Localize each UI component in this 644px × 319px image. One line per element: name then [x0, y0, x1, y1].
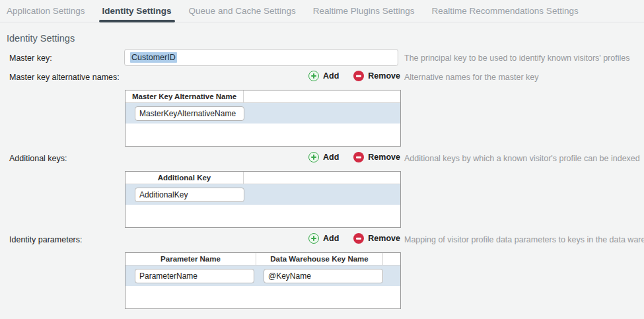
tab-realtime-plugins-settings[interactable]: Realtime Plugins Settings [313, 0, 415, 22]
add-button-label: Add [323, 234, 339, 243]
identity-parameters-add-button[interactable]: Add [308, 233, 339, 244]
remove-icon [353, 71, 364, 81]
add-icon [308, 152, 319, 162]
identity-parameters-remove-button[interactable]: Remove [353, 233, 400, 244]
additional-keys-empty-header [244, 172, 400, 184]
alt-names-empty-header [244, 90, 400, 102]
remove-icon [353, 152, 364, 162]
identity-parameters-table-row[interactable] [125, 266, 400, 286]
alt-names-description: Alternative names for the master key [404, 73, 539, 82]
alt-names-column-header: Master Key Alternative Name [125, 90, 244, 102]
additional-keys-add-button[interactable]: Add [308, 152, 339, 162]
alt-name-input[interactable] [135, 106, 244, 121]
tab-application-settings[interactable]: Application Settings [7, 0, 85, 22]
remove-button-label: Remove [368, 153, 400, 162]
add-icon [308, 71, 319, 81]
master-key-value: CustomerID [130, 52, 177, 63]
alt-names-toolbar: Add Remove [308, 71, 400, 81]
additional-keys-table: Additional Key [125, 171, 401, 228]
master-key-description: The principal key to be used to identify… [404, 53, 629, 63]
remove-button-label: Remove [368, 234, 400, 243]
identity-parameters-description: Mapping of visitor profile data paramete… [404, 235, 644, 244]
additional-keys-toolbar: Add Remove [308, 152, 400, 162]
identity-parameters-label: Identity parameters: [9, 235, 82, 244]
identity-parameters-empty-header [383, 253, 400, 265]
alt-names-table: Master Key Alternative Name [125, 90, 401, 147]
page-title: Identity Settings [7, 33, 75, 44]
dwh-key-name-column-header: Data Warehouse Key Name [256, 253, 383, 265]
additional-key-input[interactable] [135, 188, 244, 202]
tab-identity-settings[interactable]: Identity Settings [102, 0, 172, 22]
alt-names-label: Master key alternative names: [9, 73, 120, 82]
master-key-input[interactable]: CustomerID [124, 49, 398, 66]
master-key-label: Master key: [9, 53, 52, 63]
additional-keys-table-row[interactable] [125, 184, 400, 205]
tab-realtime-recommendations-settings[interactable]: Realtime Recommendations Settings [432, 0, 579, 22]
additional-key-column-header: Additional Key [125, 172, 244, 184]
additional-keys-label: Additional keys: [9, 154, 67, 163]
tab-queue-and-cache-settings[interactable]: Queue and Cache Settings [189, 0, 296, 22]
additional-keys-remove-button[interactable]: Remove [353, 152, 400, 162]
add-icon [308, 233, 319, 244]
alt-names-remove-button[interactable]: Remove [353, 71, 400, 81]
alt-names-table-header: Master Key Alternative Name [125, 90, 400, 103]
parameter-name-input[interactable] [135, 269, 254, 283]
remove-icon [353, 233, 364, 244]
add-button-label: Add [323, 153, 339, 162]
identity-parameters-table-header: Parameter Name Data Warehouse Key Name [125, 253, 400, 266]
settings-tab-bar: Application Settings Identity Settings Q… [0, 0, 644, 22]
identity-parameters-toolbar: Add Remove [308, 233, 400, 244]
additional-keys-table-header: Additional Key [125, 172, 400, 184]
alt-names-table-row[interactable] [125, 103, 400, 124]
add-button-label: Add [323, 71, 339, 81]
dwh-key-name-input[interactable] [264, 269, 383, 283]
additional-keys-description: Additional keys by which a known visitor… [404, 154, 640, 163]
remove-button-label: Remove [368, 71, 400, 81]
alt-names-add-button[interactable]: Add [308, 71, 339, 81]
parameter-name-column-header: Parameter Name [125, 253, 256, 265]
identity-parameters-table: Parameter Name Data Warehouse Key Name [125, 252, 401, 309]
